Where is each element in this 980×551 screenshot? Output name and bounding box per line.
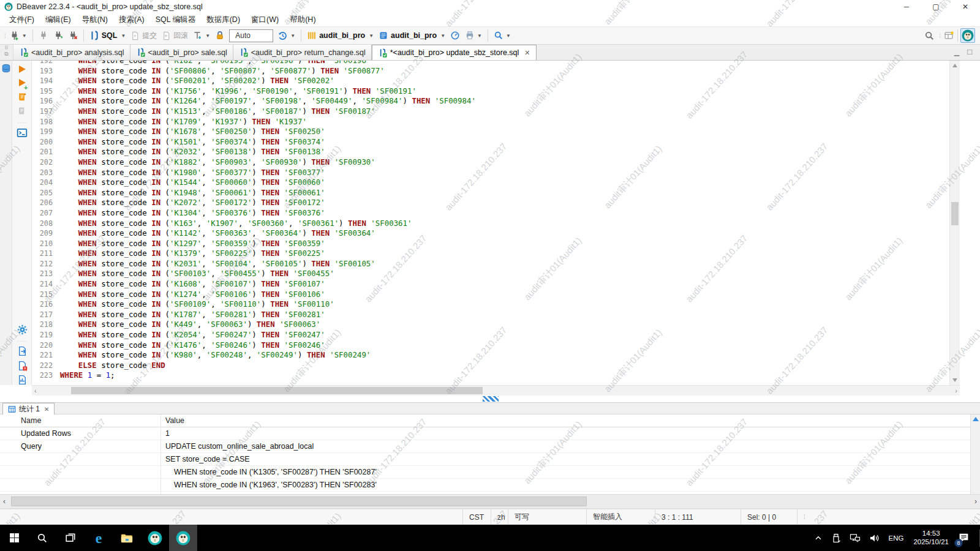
editor-tab-2[interactable]: <audit_bi_pro> return_change.sql: [233, 45, 372, 60]
editor-vertical-scrollbar[interactable]: [949, 61, 960, 385]
output-button[interactable]: ▼: [463, 29, 484, 42]
disconnect-button[interactable]: [66, 29, 80, 42]
menu-item-2[interactable]: 导航(N): [77, 13, 113, 26]
open-perspective-icon[interactable]: [944, 30, 955, 41]
taskbar-search-button[interactable]: [28, 525, 56, 551]
menu-item-4[interactable]: SQL 编辑器: [150, 13, 202, 26]
code-line-209[interactable]: 209 WHEN store_code IN ('K1142', 'SF0036…: [32, 228, 949, 239]
scroll-right-arrow-icon[interactable]: ›: [955, 386, 957, 395]
grid-row-1[interactable]: QueryUPDATE custom_online_sale_abroad_lo…: [0, 440, 970, 453]
code-line-211[interactable]: 211 WHEN store_code IN ('K1379', 'SF0022…: [32, 249, 949, 259]
code-line-208[interactable]: 208 WHEN store_code IN ('K163', 'K1907',…: [32, 219, 949, 229]
lock-button[interactable]: [213, 29, 227, 42]
file-chart-button[interactable]: [12, 375, 32, 385]
code-line-205[interactable]: 205 WHEN store_code IN ('K1948', 'SF0006…: [32, 188, 949, 198]
export-result-button[interactable]: [12, 346, 32, 356]
code-line-202[interactable]: 202 WHEN store_code IN ('K1882', 'SF0090…: [32, 157, 949, 168]
code-line-219[interactable]: 219 WHEN store_code IN ('K2054', 'SF0024…: [32, 330, 949, 340]
scrollbar-thumb[interactable]: [11, 497, 587, 506]
code-line-206[interactable]: 206 WHEN store_code IN ('K2072', 'SF0017…: [32, 198, 949, 208]
taskbar-dbeaver-button[interactable]: [141, 525, 169, 551]
code-line-197[interactable]: 197 WHEN store_code IN ('K1513', 'SF0018…: [32, 107, 949, 117]
maximize-editor-icon[interactable]: ☐: [967, 48, 973, 56]
code-line-193[interactable]: 193 WHEN store_code IN ('SF00806', 'SF00…: [32, 66, 949, 77]
code-line-217[interactable]: 217 WHEN store_code IN ('K1787', 'SF0028…: [32, 310, 949, 320]
reconnect-button[interactable]: [51, 29, 65, 42]
new-connection-button[interactable]: ▼: [7, 29, 29, 42]
code-line-195[interactable]: 195 WHEN store_code IN ('K1756', 'K1996'…: [32, 86, 949, 97]
sql-editor-button[interactable]: SQL ▼: [88, 29, 128, 42]
code-line-215[interactable]: 215 WHEN store_code IN ('K1274', 'SF0010…: [32, 290, 949, 300]
sash-grab-handle[interactable]: [483, 396, 499, 402]
database-navigator-icon[interactable]: [1, 64, 11, 385]
code-line-203[interactable]: 203 WHEN store_code IN ('K1980', 'SF0037…: [32, 168, 949, 178]
code-line-196[interactable]: 196 WHEN store_code IN ('K1264', 'SF0019…: [32, 96, 949, 107]
code-line-216[interactable]: 216 WHEN store_code IN ('SF00109', 'SF00…: [32, 299, 949, 310]
menu-item-3[interactable]: 搜索(A): [113, 13, 150, 26]
code-line-210[interactable]: 210 WHEN store_code IN ('K1297', 'SF0035…: [32, 239, 949, 249]
grid-row-3[interactable]: WHEN store_code IN ('K1305', 'SF00287') …: [0, 466, 970, 479]
editor-tab-0[interactable]: <audit_bi_pro> analysis.sql: [13, 45, 130, 60]
scroll-right-arrow-icon[interactable]: ›: [974, 497, 977, 506]
tray-volume-button[interactable]: [865, 525, 884, 551]
rollback-button[interactable]: 回滚: [160, 29, 190, 42]
code-line-192[interactable]: 192 WHEN store_code IN ('K182', 'SF00195…: [32, 61, 949, 66]
grid-row-4[interactable]: WHEN store_code IN ('K1963', 'SF00283') …: [0, 479, 970, 492]
explain-plan-button[interactable]: [12, 107, 32, 116]
code-line-194[interactable]: 194 WHEN store_code IN ('SF00201', 'SF00…: [32, 76, 949, 86]
sql-editor[interactable]: 192 WHEN store_code IN ('K182', 'SF00195…: [32, 61, 949, 385]
code-line-207[interactable]: 207 WHEN store_code IN ('K1304', 'SF0037…: [32, 208, 949, 219]
quick-search-icon[interactable]: [924, 31, 935, 41]
results-horizontal-scrollbar[interactable]: ‹ ›: [0, 494, 980, 509]
menu-item-6[interactable]: 窗口(W): [246, 13, 284, 26]
column-divider[interactable]: [160, 414, 161, 494]
dashboard-button[interactable]: [448, 29, 462, 42]
code-line-220[interactable]: 220 WHEN store_code IN ('K1476', 'SF0024…: [32, 340, 949, 351]
commit-mode-combo[interactable]: Auto: [229, 29, 273, 42]
execute-new-tab-button[interactable]: +: [12, 79, 32, 86]
menu-item-5[interactable]: 数据库(D): [201, 13, 246, 26]
menu-item-7[interactable]: 帮助(H): [284, 13, 321, 26]
action-center-button[interactable]: 8: [954, 525, 977, 551]
maximize-button[interactable]: ▢: [921, 0, 951, 13]
code-line-204[interactable]: 204 WHEN store_code IN ('K1544', 'SF0006…: [32, 178, 949, 188]
minimize-editor-icon[interactable]: ▁: [954, 48, 959, 56]
task-view-button[interactable]: [56, 525, 85, 551]
tray-clock[interactable]: 14:53 2025/10/21: [908, 530, 954, 546]
search-button[interactable]: ▼: [492, 29, 513, 42]
editor-tab-1[interactable]: <audit_bi_pro> sale.sql: [130, 45, 233, 60]
minimize-button[interactable]: ─: [892, 0, 921, 13]
editor-horizontal-scrollbar[interactable]: ‹ ›: [32, 385, 960, 395]
transaction-mode-button[interactable]: ▼: [191, 29, 212, 42]
code-line-200[interactable]: 200 WHEN store_code IN ('K1501', 'SF0037…: [32, 137, 949, 148]
results-vertical-scrollbar[interactable]: [970, 414, 980, 494]
scroll-down-arrow-icon[interactable]: [952, 378, 957, 382]
column-header-value[interactable]: Value: [160, 416, 184, 425]
database-selector[interactable]: audit_bi_pro ▼: [305, 29, 375, 42]
menu-item-0[interactable]: 文件(F): [4, 13, 40, 26]
code-line-221[interactable]: 221 WHEN store_code IN ('K980', 'SF00248…: [32, 350, 949, 361]
code-line-213[interactable]: 213 WHEN store_code IN ('SF00103', 'SF00…: [32, 269, 949, 279]
sql-console-button[interactable]: [12, 127, 32, 138]
grid-row-0[interactable]: Updated Rows1: [0, 427, 970, 440]
scroll-left-arrow-icon[interactable]: ‹: [34, 386, 37, 395]
grid-row-2[interactable]: SET store_code = CASE: [0, 453, 970, 466]
scroll-up-arrow-icon[interactable]: [952, 64, 957, 67]
tray-usb-button[interactable]: [827, 525, 845, 551]
execute-script-button[interactable]: [12, 92, 32, 103]
taskbar-explorer-button[interactable]: [113, 525, 141, 551]
scroll-up-arrow-icon[interactable]: [973, 417, 979, 421]
editor-settings-button[interactable]: [12, 324, 32, 335]
start-button[interactable]: [0, 525, 28, 551]
commit-button[interactable]: 提交: [129, 29, 159, 42]
taskbar-ie-button[interactable]: e: [85, 525, 113, 551]
tab-statistics[interactable]: 统计 1 ✕: [2, 403, 55, 415]
tray-language[interactable]: ENG: [884, 525, 908, 551]
scroll-left-arrow-icon[interactable]: ‹: [3, 497, 6, 506]
code-line-222[interactable]: 222 ELSE store_code END: [32, 361, 949, 371]
scrollbar-thumb[interactable]: [71, 387, 483, 394]
code-line-218[interactable]: 218 WHEN store_code IN ('K449', 'SF00063…: [32, 320, 949, 330]
code-line-201[interactable]: 201 WHEN store_code IN ('K2032', 'SF0013…: [32, 147, 949, 157]
tray-expand-button[interactable]: [810, 525, 827, 551]
view-restore-corner[interactable]: ⠿ ⧉: [0, 45, 13, 60]
